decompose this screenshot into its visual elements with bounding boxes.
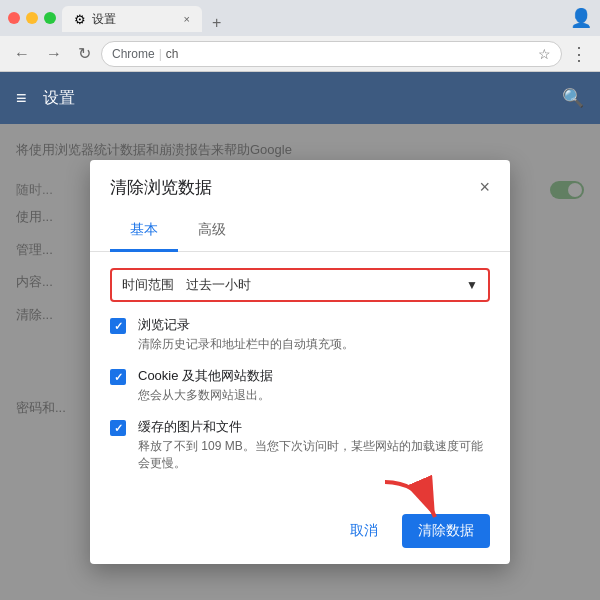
maximize-traffic-light[interactable] bbox=[44, 12, 56, 24]
checkbox-title-3: 缓存的图片和文件 bbox=[138, 418, 490, 436]
time-range-value: 过去一小时 bbox=[186, 276, 454, 294]
checkbox-wrapper-1: ✓ bbox=[110, 318, 126, 334]
close-traffic-light[interactable] bbox=[8, 12, 20, 24]
tab-basic[interactable]: 基本 bbox=[110, 211, 178, 252]
checkmark-icon: ✓ bbox=[114, 320, 123, 333]
minimize-traffic-light[interactable] bbox=[26, 12, 38, 24]
checkbox-desc-1: 清除历史记录和地址栏中的自动填充项。 bbox=[138, 336, 354, 353]
title-bar: ⚙ 设置 × + 👤 bbox=[0, 0, 600, 36]
tab-advanced[interactable]: 高级 bbox=[178, 211, 246, 252]
checkbox-item-cookies: ✓ Cookie 及其他网站数据 您会从大多数网站退出。 bbox=[110, 367, 490, 404]
address-text: ch bbox=[166, 47, 534, 61]
clear-browser-data-dialog: 清除浏览数据 × 基本 高级 时间范围 过去一小时 ▼ bbox=[90, 160, 510, 563]
more-options-button[interactable]: ⋮ bbox=[566, 43, 592, 65]
checkbox-wrapper-2: ✓ bbox=[110, 369, 126, 385]
time-range-label: 时间范围 bbox=[122, 276, 174, 294]
dialog-close-button[interactable]: × bbox=[479, 177, 490, 198]
dialog-header: 清除浏览数据 × bbox=[90, 160, 510, 199]
dialog-footer: 取消 清除数据 bbox=[90, 502, 510, 564]
traffic-lights bbox=[8, 12, 56, 24]
dialog-title: 清除浏览数据 bbox=[110, 176, 212, 199]
checkmark-icon-2: ✓ bbox=[114, 371, 123, 384]
checkbox-browsing-history[interactable]: ✓ bbox=[110, 318, 126, 334]
hamburger-menu-icon[interactable]: ≡ bbox=[16, 88, 27, 109]
checkbox-item-browsing-history: ✓ 浏览记录 清除历史记录和地址栏中的自动填充项。 bbox=[110, 316, 490, 353]
checkbox-content-1: 浏览记录 清除历史记录和地址栏中的自动填充项。 bbox=[138, 316, 354, 353]
dropdown-arrow-icon: ▼ bbox=[466, 278, 478, 292]
nav-bar: ← → ↻ Chrome | ch ☆ ⋮ bbox=[0, 36, 600, 72]
checkbox-title-1: 浏览记录 bbox=[138, 316, 354, 334]
modal-overlay: 清除浏览数据 × 基本 高级 时间范围 过去一小时 ▼ bbox=[0, 124, 600, 600]
tab-label: 设置 bbox=[92, 11, 178, 28]
refresh-button[interactable]: ↻ bbox=[72, 40, 97, 67]
tab-close-button[interactable]: × bbox=[184, 13, 190, 25]
dialog-body: 时间范围 过去一小时 ▼ ✓ 浏览记录 bbox=[90, 252, 510, 501]
page-content: ≡ 设置 🔍 将使用浏览器统计数据和崩溃报告来帮助Google 随时... 使用… bbox=[0, 72, 600, 600]
tab-bar: ⚙ 设置 × + bbox=[62, 4, 564, 32]
time-range-row[interactable]: 时间范围 过去一小时 ▼ bbox=[110, 268, 490, 302]
settings-search-icon[interactable]: 🔍 bbox=[562, 87, 584, 109]
bookmark-star-icon[interactable]: ☆ bbox=[538, 46, 551, 62]
settings-background: 将使用浏览器统计数据和崩溃报告来帮助Google 随时... 使用... 管理.… bbox=[0, 124, 600, 600]
checkbox-cookies[interactable]: ✓ bbox=[110, 369, 126, 385]
checkbox-desc-3: 释放了不到 109 MB。当您下次访问时，某些网站的加载速度可能会更慢。 bbox=[138, 438, 490, 472]
checkbox-content-3: 缓存的图片和文件 释放了不到 109 MB。当您下次访问时，某些网站的加载速度可… bbox=[138, 418, 490, 472]
checkbox-title-2: Cookie 及其他网站数据 bbox=[138, 367, 273, 385]
forward-button[interactable]: → bbox=[40, 41, 68, 67]
active-tab[interactable]: ⚙ 设置 × bbox=[62, 6, 202, 32]
browser-frame: ⚙ 设置 × + 👤 ← → ↻ Chrome | ch ☆ ⋮ ≡ 设置 🔍 bbox=[0, 0, 600, 600]
settings-page-title: 设置 bbox=[43, 88, 75, 109]
checkbox-cache[interactable]: ✓ bbox=[110, 420, 126, 436]
back-button[interactable]: ← bbox=[8, 41, 36, 67]
checkbox-content-2: Cookie 及其他网站数据 您会从大多数网站退出。 bbox=[138, 367, 273, 404]
dialog-tab-bar: 基本 高级 bbox=[90, 211, 510, 252]
new-tab-button[interactable]: + bbox=[206, 14, 227, 32]
checkbox-item-cache: ✓ 缓存的图片和文件 释放了不到 109 MB。当您下次访问时，某些网站的加载速… bbox=[110, 418, 490, 472]
address-bar[interactable]: Chrome | ch ☆ bbox=[101, 41, 562, 67]
profile-button[interactable]: 👤 bbox=[570, 7, 592, 29]
settings-header: ≡ 设置 🔍 bbox=[0, 72, 600, 124]
tab-settings-icon: ⚙ bbox=[74, 12, 86, 27]
checkbox-wrapper-3: ✓ bbox=[110, 420, 126, 436]
clear-data-button[interactable]: 清除数据 bbox=[402, 514, 490, 548]
cancel-button[interactable]: 取消 bbox=[338, 514, 390, 548]
checkmark-icon-3: ✓ bbox=[114, 422, 123, 435]
chrome-label: Chrome bbox=[112, 47, 155, 61]
checkbox-desc-2: 您会从大多数网站退出。 bbox=[138, 387, 273, 404]
